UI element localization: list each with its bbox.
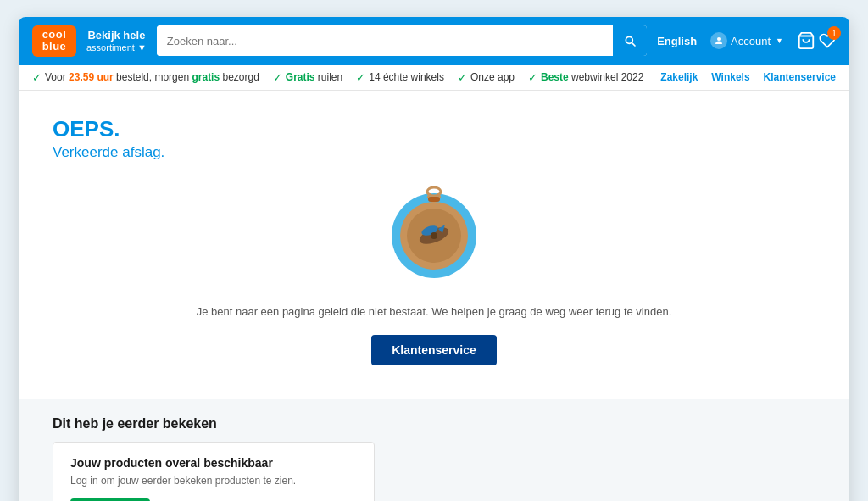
assortment-title: Bekijk hele [86, 29, 147, 42]
language-button[interactable]: English [657, 35, 697, 47]
usp-delivery: ✓ Voor 23.59 uur besteld, morgen gratis … [32, 71, 259, 84]
logo-top: cool [42, 29, 67, 41]
usp-app: ✓ Onze app [458, 71, 515, 84]
search-icon [623, 34, 637, 47]
usp-left: ✓ Voor 23.59 uur besteld, morgen gratis … [32, 71, 643, 84]
assortment-button[interactable]: Bekijk hele assortiment ▼ [86, 29, 147, 53]
header: cool blue Bekijk hele assortiment ▼ Engl… [19, 17, 849, 65]
usp-stores: ✓ 14 échte winkels [356, 71, 444, 84]
cart-button[interactable]: 1 [797, 31, 836, 50]
cart-icon [797, 31, 815, 50]
error-description: Je bent naar een pagina geleid die niet … [53, 305, 815, 318]
oeps-subtitle: Verkeerde afslag. [53, 144, 815, 161]
nav-winkels[interactable]: Winkels [711, 71, 749, 83]
usp-nav: Zakelijk Winkels Klantenservice [660, 71, 836, 83]
nav-klantenservice[interactable]: Klantenservice [764, 71, 836, 83]
usp-best: ✓ Beste webwinkel 2022 [528, 71, 643, 84]
account-label: Account [731, 35, 771, 47]
svg-rect-12 [428, 197, 440, 202]
usp-check-5: ✓ [528, 71, 537, 84]
oeps-title: OEPS. [53, 116, 815, 142]
main-content: OEPS. Verkeerde afslag. [19, 91, 849, 501]
recently-viewed-section: Dit heb je eerder bekeken Jouw producten… [19, 399, 849, 501]
compass-illustration [379, 178, 489, 288]
recently-viewed-card: Jouw producten overal beschikbaar Log in… [53, 442, 375, 501]
svg-point-0 [717, 37, 721, 41]
usp-check-3: ✓ [356, 71, 365, 84]
recently-viewed-title: Dit heb je eerder bekeken [53, 416, 815, 431]
usp-check-1: ✓ [32, 71, 42, 84]
header-right: English Account ▼ 1 [657, 31, 836, 50]
usp-returns: ✓ Gratis ruilen [273, 71, 342, 84]
account-icon [710, 32, 727, 49]
account-chevron: ▼ [776, 36, 783, 45]
usp-bar: ✓ Voor 23.59 uur besteld, morgen gratis … [19, 65, 849, 91]
browser-window: cool blue Bekijk hele assortiment ▼ Engl… [19, 17, 849, 501]
nav-zakelijk[interactable]: Zakelijk [660, 71, 698, 83]
card-title: Jouw producten overal beschikbaar [70, 456, 357, 470]
logo-bottom: blue [42, 41, 67, 53]
search-button[interactable] [613, 25, 647, 56]
svg-point-8 [431, 232, 437, 239]
customer-service-button[interactable]: Klantenservice [371, 335, 497, 365]
inloggen-button[interactable]: Inloggen [70, 498, 150, 501]
card-text: Log in om jouw eerder bekeken producten … [70, 475, 357, 487]
search-input[interactable] [157, 25, 613, 56]
usp-check-2: ✓ [273, 71, 282, 84]
cart-badge: 1 [827, 26, 841, 40]
error-section: OEPS. Verkeerde afslag. [19, 91, 849, 399]
search-bar [157, 25, 647, 56]
error-image [53, 178, 815, 288]
account-button[interactable]: Account ▼ [710, 32, 783, 49]
assortment-sub: assortiment ▼ [86, 42, 147, 53]
usp-check-4: ✓ [458, 71, 467, 84]
logo[interactable]: cool blue [32, 25, 76, 57]
